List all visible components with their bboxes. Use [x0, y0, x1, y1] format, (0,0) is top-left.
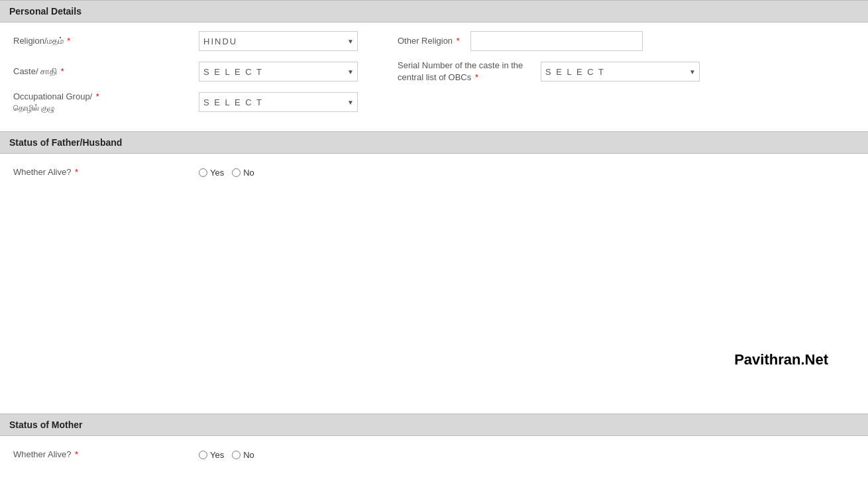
serial-number-label: Serial Number of the caste in the centra…	[398, 60, 530, 84]
father-alive-yes-label[interactable]: Yes	[199, 168, 224, 178]
caste-row: Caste/ சாதி * S E L E C T Serial Number …	[13, 60, 855, 84]
status-father-husband-section: Whether Alive? * Yes No	[0, 154, 868, 201]
spacer	[0, 201, 868, 414]
occupational-group-label: Occupational Group/ * தொழில் குழு	[13, 91, 199, 114]
other-religion-label: Other Religion *	[398, 35, 460, 47]
other-religion-group: Other Religion *	[398, 31, 643, 51]
status-mother-section: Whether Alive? * Yes No	[0, 436, 868, 484]
religion-row: Religion/மதம் * HINDU MUSLIM CHRISTIAN O…	[13, 29, 855, 53]
other-religion-input[interactable]	[470, 31, 643, 51]
occupational-group-select[interactable]: S E L E C T	[199, 92, 358, 112]
personal-details-section: Religion/மதம் * HINDU MUSLIM CHRISTIAN O…	[0, 23, 868, 131]
mother-alive-label: Whether Alive? *	[13, 449, 199, 461]
occupational-group-select-wrapper: S E L E C T	[199, 92, 358, 112]
mother-alive-yes-radio[interactable]	[199, 451, 207, 459]
status-father-husband-header: Status of Father/Husband	[0, 131, 868, 154]
father-alive-row: Whether Alive? * Yes No	[13, 160, 855, 184]
religion-select[interactable]: HINDU MUSLIM CHRISTIAN OTHERS	[199, 31, 358, 51]
mother-alive-yes-label[interactable]: Yes	[199, 450, 224, 460]
father-alive-no-radio[interactable]	[232, 168, 241, 177]
father-alive-yes-radio[interactable]	[199, 168, 207, 177]
serial-number-select[interactable]: S E L E C T	[541, 62, 700, 82]
serial-number-group: Serial Number of the caste in the centra…	[398, 60, 700, 84]
serial-number-select-wrapper: S E L E C T	[541, 62, 700, 82]
mother-alive-row: Whether Alive? * Yes No	[13, 443, 855, 467]
father-alive-no-label[interactable]: No	[232, 168, 254, 178]
status-mother-header: Status of Mother	[0, 414, 868, 436]
personal-details-header: Personal Details	[0, 0, 868, 23]
caste-label: Caste/ சாதி *	[13, 66, 199, 78]
religion-select-wrapper: HINDU MUSLIM CHRISTIAN OTHERS	[199, 31, 358, 51]
mother-alive-no-radio[interactable]	[232, 451, 241, 459]
father-alive-label: Whether Alive? *	[13, 166, 199, 178]
mother-alive-radio-group: Yes No	[199, 450, 254, 460]
mother-alive-no-label[interactable]: No	[232, 450, 254, 460]
occupational-group-row: Occupational Group/ * தொழில் குழு S E L …	[13, 90, 855, 114]
father-alive-radio-group: Yes No	[199, 168, 254, 178]
religion-label: Religion/மதம் *	[13, 35, 199, 47]
caste-select-wrapper: S E L E C T	[199, 62, 358, 82]
religion-required: *	[67, 36, 70, 46]
caste-select[interactable]: S E L E C T	[199, 62, 358, 82]
